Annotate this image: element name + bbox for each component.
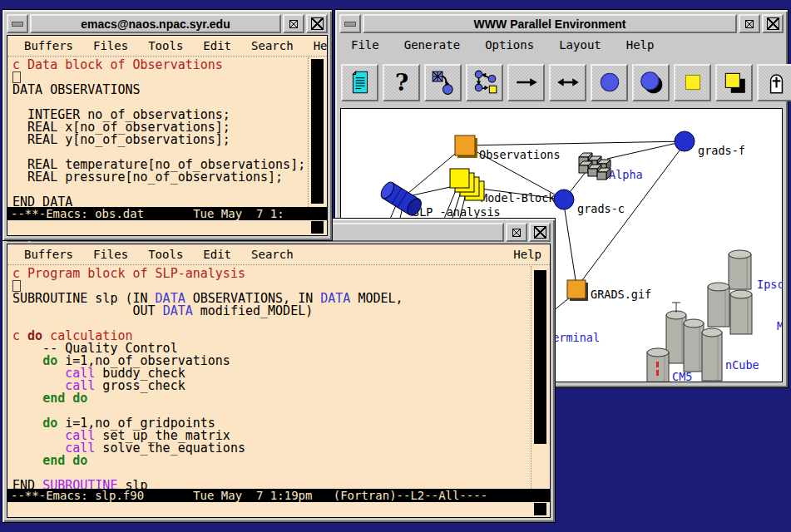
minimize-icon [289, 20, 298, 28]
minimize-button[interactable] [739, 14, 760, 33]
delete-node-button[interactable] [757, 64, 791, 101]
emacs1-minibuffer[interactable] [7, 220, 327, 235]
menu-search[interactable]: Search [251, 248, 294, 261]
wpe-title: WWW Parallel Environment [363, 14, 737, 33]
menu-buffers[interactable]: Buffers [24, 39, 73, 52]
code-line: call solve_the_equations [12, 442, 527, 455]
maximize-button[interactable] [762, 14, 784, 33]
circle-node-button[interactable] [591, 64, 628, 101]
graph-edge [465, 141, 685, 145]
generate-graph-button[interactable] [466, 64, 503, 101]
menu-files[interactable]: Files [93, 248, 128, 261]
scrollbar-thumb[interactable] [311, 59, 324, 204]
emacs1-scrollbar[interactable] [308, 57, 325, 207]
menu-tools[interactable]: Tools [148, 39, 183, 52]
menu-options[interactable]: Options [485, 38, 534, 52]
graph-label: Masp [777, 319, 783, 332]
menu-files[interactable]: Files [93, 39, 128, 52]
emacs2-scrollbar[interactable] [531, 266, 548, 489]
scrollbar-end-box [534, 503, 546, 515]
code-line: END DATA [12, 196, 304, 207]
node-grads-c[interactable] [554, 190, 574, 209]
menu-layout[interactable]: Layout [559, 38, 601, 52]
new-document-icon [347, 69, 373, 96]
window-menu-icon [344, 22, 356, 27]
emacs2-minibuffer[interactable] [7, 502, 550, 517]
code-line: DATA OBSERVATIONS [12, 84, 304, 96]
code-line: END SUBROUTINE slp [12, 480, 527, 489]
menu-buffers[interactable]: Buffers [24, 248, 73, 261]
graph-label: grads-c [577, 202, 625, 215]
emacs2-buffer[interactable]: c Program block of SLP-analysisSUBROUTIN… [7, 264, 550, 489]
svg-text:?: ? [394, 69, 408, 96]
minimize-icon [745, 20, 754, 28]
import-icon [430, 69, 457, 96]
import-button[interactable] [424, 64, 462, 101]
maximize-icon [534, 226, 546, 239]
desktop: WWW Parallel Environment FileGenerateOpt… [0, 0, 791, 532]
emacs1-frame: BuffersFilesToolsEditSearchHelp c Data b… [7, 35, 328, 236]
circle-node-shadow-button[interactable] [632, 64, 670, 101]
node-model-blocks[interactable] [450, 169, 484, 200]
text-cursor [12, 280, 21, 292]
window-menu-button[interactable] [7, 14, 28, 33]
maximize-icon [767, 17, 779, 30]
emacs1-title: emacs@naos.npac.syr.edu [30, 14, 281, 33]
text-cursor [12, 71, 21, 83]
wpe-titlebar[interactable]: WWW Parallel Environment [339, 14, 784, 33]
emacs-window-obs: emacs@naos.npac.syr.edu BuffersFilesTool… [2, 9, 333, 241]
node-masp[interactable] [708, 283, 752, 334]
window-menu-button[interactable] [339, 14, 361, 33]
menu-tools[interactable]: Tools [148, 248, 183, 261]
menu-help[interactable]: Help [513, 248, 541, 261]
graph-label: SLP -analysis [413, 205, 501, 219]
code-line: end do [12, 455, 527, 467]
emacs1-titlebar[interactable]: emacs@naos.npac.syr.edu [7, 14, 328, 33]
emacs2-frame: BuffersFilesToolsEditSearchHelp c Progra… [7, 244, 551, 518]
help-icon: ? [388, 69, 415, 96]
menu-help[interactable]: Help [626, 38, 655, 52]
menu-help[interactable]: Help [314, 39, 328, 52]
code-line: OUT DATA modified_MODEL) [12, 305, 527, 318]
graph-label: Ipsc [757, 278, 783, 291]
node-cm5[interactable] [647, 348, 669, 382]
minimize-button[interactable] [506, 223, 527, 242]
help-button[interactable]: ? [383, 64, 420, 101]
arrow-button[interactable] [507, 64, 545, 101]
graph-edge [564, 204, 576, 280]
square-node-button[interactable] [674, 64, 711, 101]
node-ipsc[interactable] [729, 250, 751, 289]
graph-label: Alpha [609, 168, 643, 181]
maximize-button[interactable] [529, 223, 551, 242]
scrollbar-thumb[interactable] [534, 270, 546, 444]
code-line: call gross_check [12, 380, 527, 392]
code-line: REAL pressure[no_of_observations]; [12, 171, 304, 184]
node-alpha[interactable] [579, 153, 611, 180]
double-arrow-icon [555, 69, 581, 96]
square-node-shadow-button[interactable] [715, 64, 753, 101]
generate-graph-icon [472, 69, 498, 96]
maximize-button[interactable] [306, 14, 328, 33]
menu-edit[interactable]: Edit [203, 248, 231, 261]
new-document-button[interactable] [341, 64, 378, 101]
menu-generate[interactable]: Generate [404, 38, 460, 52]
menu-search[interactable]: Search [251, 39, 294, 52]
emacs2-modeline: --**-Emacs: slp.f90 Tue May 7 1:19pm (Fo… [7, 489, 550, 502]
emacs1-buffer[interactable]: c Data block of ObservationsDATA OBSERVA… [7, 56, 327, 207]
graph-label: nCube [725, 358, 759, 372]
menu-file[interactable]: File [351, 38, 379, 52]
window-menu-icon [12, 22, 23, 27]
wpe-toolbar: ? [339, 57, 784, 108]
menu-edit[interactable]: Edit [203, 39, 231, 52]
emacs2-menubar: BuffersFilesToolsEditSearchHelp [7, 244, 550, 264]
minimize-button[interactable] [283, 14, 304, 33]
minimize-icon [512, 229, 521, 237]
node-observations[interactable] [455, 135, 477, 158]
delete-node-icon [763, 69, 789, 96]
code-line: c Data block of Observations [12, 59, 304, 71]
graph-label: Observations [479, 148, 561, 161]
double-arrow-button[interactable] [549, 64, 586, 101]
node-grads-f[interactable] [675, 131, 695, 151]
node-grads-gif[interactable] [567, 280, 588, 301]
code-line: end do [12, 392, 527, 405]
